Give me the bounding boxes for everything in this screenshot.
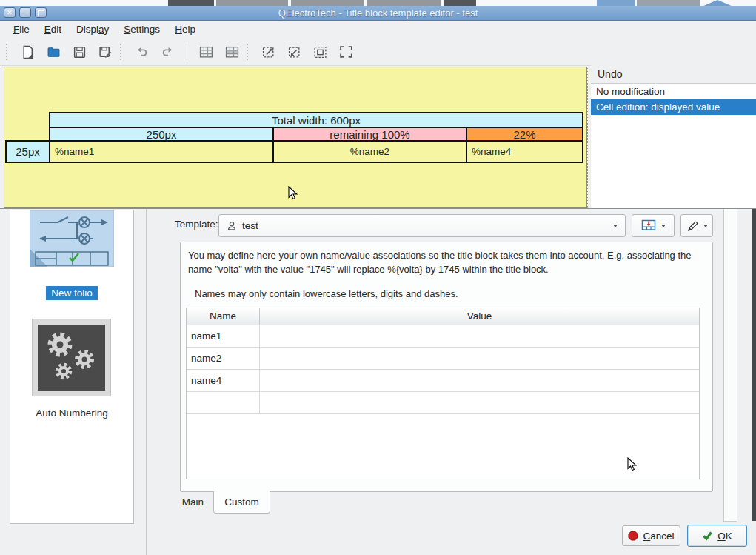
value-cell[interactable] (260, 392, 699, 413)
dialog-sidebar: New folio Auto Nu (10, 210, 134, 524)
table-grid-icon (199, 45, 213, 59)
save-as-button[interactable] (96, 42, 116, 62)
sidebar-item-new-folio[interactable]: New folio (10, 210, 133, 300)
edit-template-button[interactable] (680, 214, 713, 237)
screen: ✕ — QElectroTech - Title block template … (0, 0, 756, 555)
name-cell[interactable] (187, 392, 260, 413)
sidebar-label-new-folio[interactable]: New folio (46, 286, 98, 300)
description-text: You may define here your own name/value … (188, 249, 709, 276)
open-folder-icon (47, 45, 61, 59)
undo-button[interactable] (132, 42, 152, 62)
titleblock-cell-name4[interactable]: %name4 (466, 140, 583, 163)
save-as-icon (98, 45, 113, 59)
titlebar[interactable]: ✕ — QElectroTech - Title block template … (0, 6, 756, 21)
tab-main[interactable]: Main (173, 492, 213, 513)
undo-panel-title: Undo (591, 65, 756, 83)
open-file-button[interactable] (44, 42, 64, 62)
note-text: Names may only contain lowercase letters… (195, 288, 458, 299)
template-combobox[interactable]: test (218, 214, 626, 237)
template-canvas[interactable]: Total width: 600px 250px remaining 100% … (4, 67, 587, 208)
custom-variables-pane: You may define here your own name/value … (180, 242, 713, 492)
tab-custom[interactable]: Custom (213, 491, 270, 514)
redo-icon (161, 45, 175, 59)
titleblock-menu-button[interactable] (632, 214, 675, 237)
undo-list-item[interactable]: No modification (591, 84, 756, 99)
value-cell[interactable] (260, 325, 699, 347)
sidebar-item-auto-numbering[interactable] (32, 319, 111, 396)
green-check-icon (702, 531, 713, 541)
value-cell[interactable] (260, 370, 699, 391)
grow-area-icon (261, 45, 275, 59)
menu-display[interactable]: Display (69, 21, 116, 37)
grow-area-button[interactable] (258, 42, 278, 62)
gears-icon (38, 325, 105, 391)
background-window-fragment (291, 0, 364, 6)
window-title: QElectroTech - Title block template edit… (0, 6, 756, 20)
background-window-fragment (216, 0, 288, 6)
chevron-down-icon (661, 225, 666, 227)
new-file-icon (21, 45, 35, 59)
background-window-edge (752, 209, 756, 521)
dialog-divider (146, 209, 147, 555)
titleblock-cell-name2[interactable]: %name2 (272, 140, 467, 163)
new-folio-dialog: New folio Auto Nu (0, 208, 756, 555)
new-file-button[interactable] (18, 42, 38, 62)
pencil-icon (686, 219, 700, 233)
table-grid-filled-icon (225, 45, 239, 59)
undo-icon (135, 45, 149, 59)
background-strip (0, 0, 756, 6)
column-header-value[interactable]: Value (260, 308, 699, 325)
adjust-area-button[interactable] (310, 42, 330, 62)
shrink-area-icon (287, 45, 301, 59)
toolbar-handle[interactable] (120, 44, 123, 60)
template-selected-value: test (242, 220, 258, 231)
stop-sign-icon (628, 531, 638, 541)
toolbar-handle[interactable] (247, 44, 250, 60)
menu-edit[interactable]: Edit (37, 21, 69, 37)
mouse-cursor (627, 457, 637, 471)
name-cell[interactable]: name4 (187, 370, 260, 391)
sidebar-label-auto-numbering[interactable]: Auto Numbering (10, 408, 133, 419)
frame-corners-button[interactable] (336, 42, 356, 62)
titleblock-total-width-cell[interactable]: Total width: 600px (49, 112, 583, 128)
cancel-button[interactable]: Cancel (622, 525, 680, 546)
adjust-area-icon (313, 45, 327, 59)
toolbar (0, 39, 756, 66)
save-button[interactable] (70, 42, 90, 62)
template-label: Template: (175, 219, 218, 230)
frame-corners-icon (339, 45, 353, 59)
cancel-label: Cancel (643, 531, 674, 542)
undo-list-item-selected[interactable]: Cell edition: displayed value (591, 99, 756, 115)
new-folio-icon (30, 210, 114, 267)
column-header-name[interactable]: Name (187, 308, 260, 325)
table-row: name1 (187, 325, 699, 348)
titleblock-add-icon (641, 219, 656, 232)
background-window-fragment (444, 0, 476, 6)
table-row: name2 (187, 348, 699, 370)
table-grid-button[interactable] (196, 42, 216, 62)
background-window-fragment (367, 0, 441, 6)
undo-history-list: No modification Cell edition: displayed … (591, 83, 756, 208)
mouse-cursor (288, 186, 298, 200)
toolbar-handle[interactable] (6, 44, 9, 60)
redo-button[interactable] (158, 42, 178, 62)
titleblock-cell-name1[interactable]: %name1 (49, 140, 274, 163)
chevron-down-icon (613, 225, 618, 227)
name-cell[interactable]: name2 (187, 348, 260, 369)
titleblock-row-height-cell[interactable]: 25px (5, 140, 50, 163)
toolbar-separator (187, 44, 187, 60)
value-cell[interactable] (260, 348, 699, 369)
save-icon (73, 45, 87, 59)
shrink-area-button[interactable] (284, 42, 304, 62)
background-window-fragment (597, 0, 635, 6)
chevron-down-icon (703, 225, 708, 227)
menu-file[interactable]: File (6, 21, 37, 37)
ok-button[interactable]: OK (687, 525, 747, 547)
menu-help[interactable]: Help (167, 21, 203, 37)
table-grid-filled-button[interactable] (222, 42, 242, 62)
name-value-table: Name Value name1 name2 name4 (186, 308, 700, 479)
name-cell[interactable]: name1 (187, 325, 260, 347)
table-row (187, 392, 699, 414)
table-row: name4 (187, 370, 699, 392)
menu-settings[interactable]: Settings (116, 21, 167, 37)
